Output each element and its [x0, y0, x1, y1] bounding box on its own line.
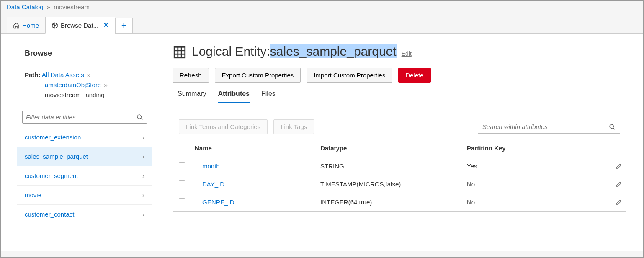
svg-point-7 — [610, 124, 613, 128]
delete-button[interactable]: Delete — [398, 68, 430, 83]
table-row: GENRE_ID INTEGER(64,true) No — [173, 193, 626, 211]
entity-item[interactable]: customer_extension › — [17, 128, 152, 147]
pencil-icon[interactable] — [616, 180, 622, 187]
col-partition-key: Partition Key — [463, 139, 609, 157]
path-block: Path: All Data Assets » amsterdamObjStor… — [17, 64, 152, 106]
tab-add[interactable]: + — [115, 18, 133, 33]
path-mid[interactable]: amsterdamObjStore — [45, 81, 101, 88]
tab-home[interactable]: Home — [7, 17, 45, 33]
attr-toolbar: Link Terms and Categories Link Tags — [173, 114, 626, 139]
import-button[interactable]: Import Custom Properties — [307, 68, 392, 83]
pencil-icon[interactable] — [616, 198, 622, 205]
svg-rect-2 — [174, 47, 185, 58]
tab-home-label: Home — [22, 22, 39, 29]
chevron-right-icon: › — [142, 134, 144, 141]
pencil-icon[interactable] — [616, 162, 622, 169]
col-name: Name — [191, 139, 316, 157]
search-attributes-input[interactable] — [482, 123, 609, 130]
cube-icon — [52, 21, 58, 29]
filter-input[interactable] — [26, 114, 137, 121]
attr-name-link[interactable]: GENRE_ID — [195, 199, 234, 206]
search-icon[interactable] — [137, 114, 143, 121]
attributes-table: Name Datatype Partition Key month STRING… — [173, 139, 626, 211]
chevron-right-icon: › — [142, 172, 144, 179]
close-icon[interactable]: ✕ — [103, 21, 109, 29]
tab-browse-label: Browse Dat... — [61, 22, 98, 29]
attr-datatype: INTEGER(64,true) — [316, 193, 463, 211]
path-sep: » — [104, 81, 107, 88]
path-label: Path: — [25, 71, 41, 78]
home-icon — [13, 21, 20, 29]
content: Logical Entity:sales_sample_parquet Edit… — [168, 34, 643, 251]
tab-files[interactable]: Files — [261, 90, 276, 103]
entity-item[interactable]: sales_sample_parquet › — [17, 147, 152, 166]
path-root[interactable]: All Data Assets — [42, 71, 84, 78]
table-row: DAY_ID TIMESTAMP(MICROS,false) No — [173, 175, 626, 193]
attributes-panel: Link Terms and Categories Link Tags Name… — [173, 114, 626, 212]
table-row: month STRING Yes — [173, 157, 626, 175]
attr-name-link[interactable]: DAY_ID — [195, 181, 224, 188]
svg-line-1 — [141, 118, 142, 120]
entity-label: movie — [25, 191, 41, 199]
entity-header: Logical Entity:sales_sample_parquet Edit — [173, 44, 626, 59]
attr-pk: No — [463, 175, 609, 193]
plus-icon: + — [121, 21, 126, 31]
row-checkbox[interactable] — [179, 180, 185, 186]
top-tabs: Home Browse Dat... ✕ + — [1, 13, 643, 34]
link-tags-button[interactable]: Link Tags — [273, 119, 314, 134]
svg-point-0 — [137, 115, 141, 119]
filter-box[interactable] — [22, 111, 147, 124]
path-sep: » — [87, 71, 90, 78]
col-datatype: Datatype — [316, 139, 463, 157]
attr-pk: Yes — [463, 157, 609, 175]
attr-datatype: TIMESTAMP(MICROS,false) — [316, 175, 463, 193]
col-check — [173, 139, 191, 157]
attr-pk: No — [463, 193, 609, 211]
entity-item[interactable]: customer_contact › — [17, 204, 152, 224]
link-terms-button[interactable]: Link Terms and Categories — [179, 119, 268, 134]
chevron-right-icon: › — [142, 153, 144, 160]
refresh-button[interactable]: Refresh — [173, 68, 209, 83]
export-button[interactable]: Export Custom Properties — [215, 68, 301, 83]
entity-label: customer_segment — [25, 172, 78, 179]
breadcrumb-root[interactable]: Data Catalog — [7, 3, 44, 10]
attr-name-link[interactable]: month — [195, 163, 220, 170]
entity-item[interactable]: movie › — [17, 185, 152, 204]
row-checkbox[interactable] — [179, 198, 185, 204]
breadcrumb: Data Catalog » moviestream — [1, 1, 643, 13]
chevron-right-icon: › — [142, 211, 144, 218]
action-bar: Refresh Export Custom Properties Import … — [173, 68, 626, 83]
entity-item[interactable]: customer_segment › — [17, 166, 152, 185]
grid-icon — [173, 44, 187, 59]
sub-tabs: Summary Attributes Files — [173, 90, 626, 103]
entity-label: customer_contact — [25, 211, 74, 218]
sidebar: Browse Path: All Data Assets » amsterdam… — [1, 34, 168, 251]
chevron-right-icon: › — [142, 191, 144, 199]
entity-label: customer_extension — [25, 134, 81, 141]
col-edit — [609, 139, 626, 157]
svg-line-8 — [613, 128, 615, 129]
row-checkbox[interactable] — [179, 162, 185, 168]
tab-summary[interactable]: Summary — [178, 90, 206, 103]
attr-datatype: STRING — [316, 157, 463, 175]
entity-name: sales_sample_parquet — [270, 44, 397, 58]
path-leaf: moviestream_landing — [45, 90, 144, 100]
breadcrumb-sep: » — [47, 3, 50, 10]
edit-link[interactable]: Edit — [402, 50, 412, 57]
tab-browse[interactable]: Browse Dat... ✕ — [45, 17, 115, 34]
browse-title: Browse — [17, 43, 152, 64]
search-attributes[interactable] — [478, 120, 620, 134]
entity-title: Logical Entity:sales_sample_parquet — [192, 44, 397, 59]
search-icon[interactable] — [609, 123, 616, 130]
entity-list: customer_extension › sales_sample_parque… — [17, 128, 152, 224]
entity-prefix: Logical Entity: — [192, 44, 270, 58]
tab-attributes[interactable]: Attributes — [218, 90, 250, 103]
entity-label: sales_sample_parquet — [25, 153, 88, 160]
breadcrumb-current: moviestream — [54, 3, 90, 10]
